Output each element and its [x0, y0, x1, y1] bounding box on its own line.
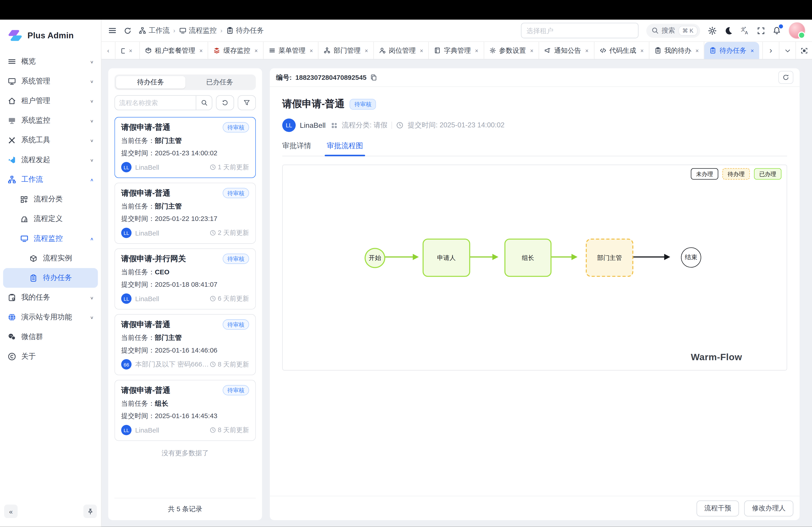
refresh-icon[interactable] — [124, 27, 131, 34]
dark-mode-moon-icon[interactable] — [724, 26, 733, 35]
task-card[interactable]: 请假申请-普通待审核 当前任务：部门主管 提交时间：2025-01-16 14:… — [114, 314, 256, 375]
tab-my-todo[interactable]: 我的待办× — [649, 42, 705, 59]
sidebar-item-process-monitor[interactable]: 流程监控∧ — [3, 229, 98, 249]
segment-done-tasks[interactable]: 已办任务 — [185, 76, 255, 89]
tab-clipped[interactable]: × — [115, 42, 140, 59]
wechat-icon — [7, 332, 16, 341]
breadcrumb-process-monitor[interactable]: 流程监控 — [179, 26, 217, 35]
tab-cache-monitor[interactable]: 缓存监控× — [208, 42, 263, 59]
close-icon[interactable]: × — [640, 47, 644, 54]
global-search[interactable]: 搜索 ⌘ K — [646, 24, 700, 37]
gear-icon[interactable] — [708, 26, 717, 35]
search-input[interactable] — [115, 96, 196, 110]
tab-approval-flowchart[interactable]: 审批流程图 — [327, 141, 363, 156]
reset-icon[interactable] — [216, 95, 234, 110]
sidebar-item-tenant-mgmt[interactable]: 租户管理∨ — [3, 91, 98, 111]
avatar: LL — [282, 119, 296, 132]
sidebar-item-system-tools[interactable]: 系统工具∨ — [3, 131, 98, 150]
close-icon[interactable]: × — [255, 47, 258, 54]
sidebar-item-todo-tasks[interactable]: 待办任务 — [3, 268, 98, 288]
tab-code-gen[interactable]: 代码生成× — [594, 42, 649, 59]
collapse-sidebar-button[interactable]: « — [4, 505, 18, 518]
segment-todo-tasks[interactable]: 待办任务 — [116, 76, 185, 89]
breadcrumb-todo-tasks[interactable]: 待办任务 — [226, 26, 264, 35]
status-badge: 待审核 — [223, 188, 249, 198]
sidebar-item-system-monitor[interactable]: 系统监控∨ — [3, 111, 98, 130]
copy-icon[interactable] — [370, 74, 377, 81]
sidebar-item-wechat-group[interactable]: 微信群 — [3, 327, 98, 347]
user-avatar[interactable] — [789, 22, 805, 39]
breadcrumb-workflow[interactable]: 工作流 — [139, 26, 170, 35]
content-fullscreen-icon[interactable] — [796, 42, 812, 59]
tab-tenant-package[interactable]: 租户套餐管理× — [140, 42, 208, 59]
close-icon[interactable]: × — [695, 47, 699, 54]
close-icon[interactable]: × — [310, 47, 313, 54]
close-icon[interactable]: × — [420, 47, 423, 54]
refresh-detail-button[interactable] — [778, 71, 794, 84]
process-intervene-button[interactable]: 流程干预 — [697, 500, 739, 516]
globe-icon — [7, 313, 16, 322]
tabs-dropdown-icon[interactable] — [779, 42, 796, 59]
tenant-select[interactable] — [521, 23, 638, 38]
breadcrumb: 工作流 › 流程监控 › 待办任务 — [139, 26, 264, 35]
tab-param-settings[interactable]: 参数设置× — [484, 42, 539, 59]
fullscreen-icon[interactable] — [757, 27, 765, 34]
notifications-bell-icon[interactable] — [773, 26, 781, 35]
main-area: 工作流 › 流程监控 › 待办任务 — [102, 20, 812, 527]
tabs-scroll-right-icon[interactable]: › — [763, 42, 779, 59]
flow-node-end[interactable]: 结束 — [681, 247, 701, 268]
card-submit-time: 提交时间：2025-01-16 14:45:43 — [121, 411, 249, 421]
close-icon[interactable]: × — [585, 47, 589, 54]
sidebar-item-process-instance[interactable]: 流程实例 — [3, 249, 98, 268]
close-icon[interactable]: × — [129, 47, 132, 54]
task-card[interactable]: 请假申请-并行网关待审核 当前任务：CEO 提交时间：2025-01-18 08… — [114, 249, 256, 310]
app-title: Plus Admin — [28, 31, 74, 40]
search-icon[interactable] — [196, 96, 212, 110]
tab-dept-mgmt[interactable]: 部门管理× — [319, 42, 374, 59]
sidebar-item-my-tasks[interactable]: 我的任务∨ — [3, 288, 98, 307]
card-submit-time: 提交时间：2025-01-16 14:46:06 — [121, 346, 249, 355]
tab-menu-mgmt[interactable]: 菜单管理× — [263, 42, 318, 59]
task-card[interactable]: 请假申请-普通待审核 当前任务：部门主管 提交时间：2025-01-22 10:… — [114, 183, 256, 244]
sidebar-item-process-launch[interactable]: 流程发起∨ — [3, 150, 98, 170]
tab-notice[interactable]: 通知公告× — [539, 42, 594, 59]
sidebar-item-about[interactable]: 关于 — [3, 347, 98, 366]
clock-icon — [209, 361, 216, 367]
svg-text:A: A — [745, 30, 748, 35]
breadcrumb-separator: › — [220, 27, 222, 34]
task-card[interactable]: 请假申请-普通待审核 当前任务：组长 提交时间：2025-01-16 14:45… — [114, 380, 256, 441]
tabs-scroll-left-icon[interactable]: ‹ — [102, 42, 115, 59]
status-badge: 待审核 — [223, 385, 249, 395]
sidebar-item-process-definition[interactable]: 流程定义 — [3, 209, 98, 229]
tab-dict-mgmt[interactable]: 字典管理× — [429, 42, 484, 59]
flow-node-leader[interactable]: 组长 — [504, 239, 551, 277]
close-icon[interactable]: × — [199, 47, 203, 54]
detail-body: 请假申请-普通 待审核 LL LinaBell 流程分类: 请假 提交时间: 2… — [270, 87, 800, 489]
sidebar-item-overview[interactable]: 概览∨ — [3, 52, 98, 72]
translate-icon[interactable]: 文A — [740, 26, 749, 35]
detail-user: LinaBell — [300, 121, 325, 130]
task-detail-panel: 编号: 1882307280470892545 请假申请-普通 待审核 LL L… — [270, 68, 800, 520]
close-icon[interactable]: × — [530, 47, 534, 54]
sidebar-item-system-mgmt[interactable]: 系统管理∨ — [3, 72, 98, 91]
change-assignee-button[interactable]: 修改办理人 — [744, 500, 793, 516]
pin-icon[interactable] — [84, 505, 97, 518]
os-top-bar — [0, 0, 812, 20]
monitor-icon — [20, 234, 28, 243]
tab-approval-detail[interactable]: 审批详情 — [282, 141, 311, 156]
filter-funnel-icon[interactable] — [238, 95, 256, 110]
close-icon[interactable]: × — [751, 47, 754, 54]
hamburger-icon[interactable] — [108, 26, 117, 35]
task-card[interactable]: 请假申请-普通待审核 当前任务：部门主管 提交时间：2025-01-23 14:… — [114, 117, 256, 178]
sidebar-item-demo-features[interactable]: 演示站专用功能∨ — [3, 307, 98, 327]
sidebar-item-process-category[interactable]: 流程分类 — [3, 189, 98, 209]
close-icon[interactable]: × — [475, 47, 478, 54]
flow-node-dept-manager[interactable]: 部门主管 — [586, 239, 633, 277]
notification-badge — [779, 24, 783, 28]
close-icon[interactable]: × — [365, 47, 368, 54]
tab-post-mgmt[interactable]: 岗位管理× — [374, 42, 429, 59]
flow-node-applicant[interactable]: 申请人 — [422, 239, 470, 277]
flow-node-start[interactable]: 开始 — [364, 248, 385, 268]
tab-todo-tasks[interactable]: 待办任务× — [705, 42, 759, 59]
sidebar-item-workflow[interactable]: 工作流∧ — [3, 170, 98, 189]
